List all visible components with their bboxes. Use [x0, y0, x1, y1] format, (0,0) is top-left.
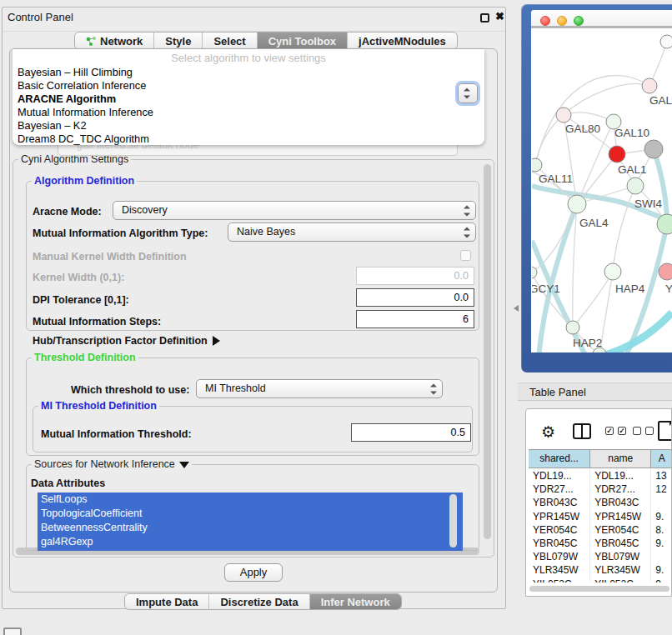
table-cell — [651, 550, 672, 563]
minimize-traffic-light-icon[interactable] — [557, 16, 567, 26]
columns-icon[interactable] — [573, 423, 591, 439]
algorithm-option-dream8-dc-tdc-algorithm[interactable]: Dream8 DC_TDC Algorithm — [18, 132, 479, 146]
column-header-a[interactable]: A — [651, 450, 672, 468]
float-window-icon[interactable] — [480, 13, 489, 22]
aracne-mode-label: Aracne Mode: — [33, 206, 102, 218]
tab-discretize-data[interactable]: Discretize Data — [209, 594, 309, 609]
algorithm-option-basic-correlation-inference[interactable]: Basic Correlation Inference — [18, 79, 479, 92]
minimized-panel-icon[interactable] — [3, 628, 22, 635]
tab-label: jActiveMNodules — [359, 35, 446, 48]
network-window-inner: GAL7GAL80GAL10GAL1GAL11SWI4GAL4GCY1HAP4Y… — [531, 10, 672, 352]
tab-style[interactable]: Style — [154, 32, 203, 49]
network-node-hap4[interactable] — [604, 263, 621, 280]
column-header-shared[interactable]: shared... — [529, 450, 590, 468]
sources-toggle[interactable]: Sources for Network Inference — [32, 458, 192, 470]
table-panel: ⚙ ✓ ✓ shared...nameA YDL19...YDL19...13Y… — [525, 408, 672, 597]
table-cell: YBR045C — [529, 537, 590, 550]
table-cell: YPR145W — [590, 510, 651, 523]
table-row[interactable]: YBL079WYBL079W — [529, 550, 672, 563]
split-pane-collapse-arrow[interactable] — [510, 305, 519, 312]
algorithm-option-mutual-information-inference[interactable]: Mutual Information Inference — [18, 106, 479, 119]
node-label: GAL4 — [579, 217, 609, 229]
apply-button[interactable]: Apply — [224, 563, 283, 582]
hub-definition-label: Hub/Transcription Factor Definition — [33, 335, 208, 347]
network-node-gcy1[interactable] — [532, 267, 537, 278]
network-node-hap2[interactable] — [566, 321, 579, 334]
checked-checkbox-icon[interactable]: ✓ — [605, 427, 614, 435]
network-node-swi4[interactable] — [627, 178, 644, 194]
network-node-gal1[interactable] — [609, 146, 625, 162]
tab-cyni-toolbox[interactable]: Cyni Toolbox — [258, 32, 348, 49]
node-label: GCY1 — [532, 282, 560, 295]
tab-select[interactable]: Select — [203, 32, 257, 49]
node-label: GAL10 — [614, 127, 649, 139]
network-node[interactable] — [644, 140, 663, 158]
table-row[interactable]: YDL19...YDL19...13 — [529, 469, 672, 482]
table-row[interactable]: YIL052CYIL052C9 — [529, 578, 672, 583]
table-cell: YER054C — [590, 523, 651, 537]
tab-label: Discretize Data — [220, 596, 298, 608]
settings-vertical-scrollbar[interactable] — [484, 164, 491, 539]
checked-checkbox-icon[interactable]: ✓ — [618, 427, 626, 435]
table-cell: YBR045C — [590, 537, 651, 550]
attribute-item-selfloops[interactable]: SelfLoops — [38, 492, 463, 507]
table-cell: YDL19... — [529, 469, 590, 482]
network-node-gal11[interactable] — [532, 158, 542, 172]
new-table-icon[interactable] — [658, 421, 672, 441]
manual-kernel-width-checkbox[interactable] — [460, 250, 471, 261]
sources-title: Sources for Network Inference — [34, 458, 175, 470]
table-cell: 13 — [651, 469, 672, 482]
attribute-item-topologicalcoefficient[interactable]: TopologicalCoefficient — [38, 507, 463, 521]
table-row[interactable]: YER054CYER054C8. — [529, 523, 672, 537]
network-window-titlebar[interactable] — [531, 10, 672, 28]
tab-label: Select — [213, 35, 245, 48]
node-label: SWI4 — [634, 198, 662, 210]
unchecked-checkbox-icon[interactable] — [633, 427, 641, 435]
close-traffic-light-icon[interactable] — [540, 16, 550, 26]
network-node-y[interactable] — [659, 263, 672, 280]
table-row[interactable]: YLR345WYLR345W9. — [529, 563, 672, 577]
attributes-scrollbar[interactable] — [449, 494, 457, 548]
zoom-traffic-light-icon[interactable] — [574, 16, 584, 26]
table-horizontal-scrollbar[interactable] — [529, 586, 669, 592]
tab-impute-data[interactable]: Impute Data — [125, 594, 209, 609]
column-header-name[interactable]: name — [590, 450, 651, 468]
kernel-width-input: 0.0 — [356, 267, 474, 285]
node-label: Y — [665, 282, 672, 295]
table-cell: YIL052C — [529, 578, 590, 583]
table-row[interactable]: YPR145WYPR145W9. — [529, 510, 672, 523]
which-threshold-combo[interactable]: MI Threshold — [196, 379, 443, 398]
network-node-gal4[interactable] — [568, 195, 586, 213]
table-cell: YBL079W — [529, 550, 590, 563]
dpi-tolerance-input[interactable]: 0.0 — [356, 288, 474, 307]
algorithm-option-bayesian-k2[interactable]: Bayesian – K2 — [18, 119, 479, 132]
aracne-mode-combo[interactable]: Discovery — [113, 201, 476, 220]
table-row[interactable]: YBR043CYBR043C — [529, 496, 672, 509]
cyni-bottom-tabs: Impute DataDiscretize DataInfer Network — [124, 593, 402, 610]
tab-jactivemnodules[interactable]: jActiveMNodules — [348, 32, 457, 49]
attribute-item-gal4rgexp[interactable]: gal4RGexp — [38, 535, 463, 549]
algorithm-option-bayesian-hill-climbing[interactable]: Bayesian – Hill Climbing — [18, 66, 479, 79]
table-row[interactable]: YBR045CYBR045C9. — [529, 537, 672, 550]
table-cell: YPR145W — [529, 510, 590, 523]
tab-network[interactable]: Network — [75, 32, 154, 49]
mi-threshold-input[interactable]: 0.5 — [351, 423, 471, 442]
hub-definition-toggle[interactable]: Hub/Transcription Factor Definition — [33, 335, 220, 347]
node-label: HAP4 — [615, 282, 645, 295]
data-attributes-list[interactable]: SelfLoopsTopologicalCoefficientBetweenne… — [38, 492, 463, 551]
tab-infer-network[interactable]: Infer Network — [310, 594, 401, 609]
algorithm-option-aracne-algorithm[interactable]: ARACNE Algorithm — [18, 92, 479, 106]
network-node[interactable] — [660, 35, 672, 48]
focused-combo-spinner[interactable] — [458, 83, 478, 103]
network-node-gal7[interactable] — [642, 78, 657, 93]
gear-icon[interactable]: ⚙ — [541, 422, 555, 442]
attribute-item-betweennesscentrality[interactable]: BetweennessCentrality — [38, 521, 463, 535]
table-cell: YLR345W — [590, 563, 651, 577]
table-row[interactable]: YDR27...YDR27...12 — [529, 482, 672, 496]
network-node-gal80[interactable] — [556, 108, 571, 122]
network-canvas[interactable]: GAL7GAL80GAL10GAL1GAL11SWI4GAL4GCY1HAP4Y… — [532, 31, 672, 352]
unchecked-checkbox-icon[interactable] — [645, 427, 654, 435]
mi-algorithm-type-combo[interactable]: Naive Bayes — [228, 222, 476, 242]
mi-steps-input[interactable]: 6 — [356, 310, 474, 328]
close-icon[interactable]: ✖ — [495, 10, 504, 22]
